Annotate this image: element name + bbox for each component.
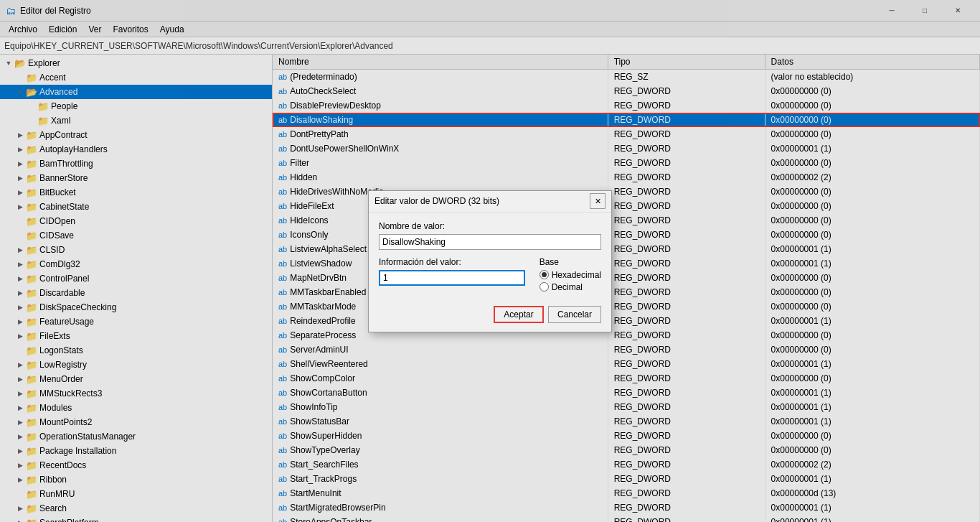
- modal-body: Nombre de valor: Información del valor: …: [369, 213, 611, 332]
- modal-close-button[interactable]: ✕: [590, 193, 606, 209]
- radio-hex-option[interactable]: Hexadecimal: [540, 270, 601, 280]
- modal-base-label: Base: [540, 257, 601, 267]
- modal-value-label: Información del valor:: [379, 257, 525, 267]
- radio-dec-option[interactable]: Decimal: [540, 282, 601, 292]
- modal-title: Editar valor de DWORD (32 bits): [374, 196, 499, 206]
- modal-name-label: Nombre de valor:: [379, 221, 601, 231]
- cancel-button[interactable]: Cancelar: [548, 306, 601, 323]
- radio-hex-label: Hexadecimal: [552, 270, 601, 280]
- modal-base-section: Base Hexadecimal Decimal: [540, 257, 601, 294]
- ok-button[interactable]: Aceptar: [494, 306, 544, 323]
- modal-row: Información del valor: Base Hexadecimal …: [379, 257, 601, 294]
- radio-dec-circle: [540, 282, 549, 292]
- modal-overlay: Editar valor de DWORD (32 bits) ✕ Nombre…: [0, 0, 980, 522]
- modal-title-bar: Editar valor de DWORD (32 bits) ✕: [369, 191, 611, 213]
- dword-dialog: Editar valor de DWORD (32 bits) ✕ Nombre…: [368, 190, 612, 332]
- radio-dec-label: Decimal: [552, 282, 583, 292]
- modal-name-input[interactable]: [379, 234, 601, 250]
- modal-value-section: Información del valor:: [379, 257, 525, 286]
- modal-buttons: Aceptar Cancelar: [379, 303, 601, 323]
- radio-hex-circle: [540, 270, 549, 279]
- modal-value-input[interactable]: [379, 270, 525, 286]
